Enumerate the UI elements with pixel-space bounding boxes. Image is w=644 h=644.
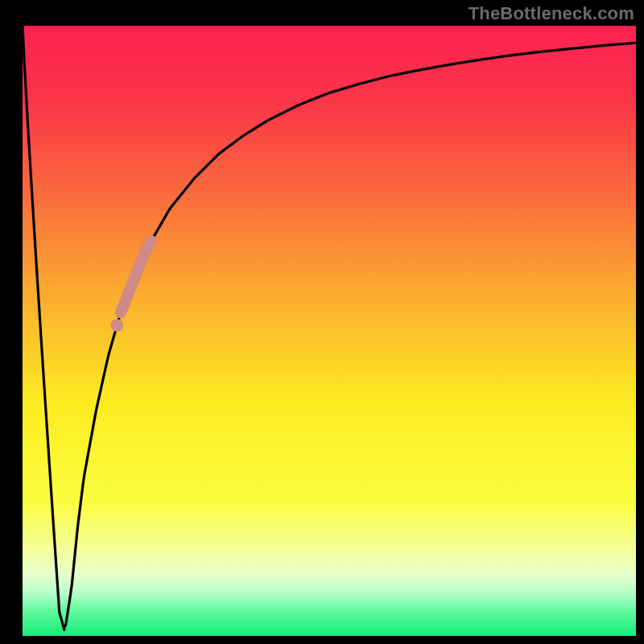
highlight-segment (121, 241, 151, 312)
attribution-text: TheBottleneck.com (469, 3, 634, 24)
plot-area (23, 26, 636, 636)
highlight-dot (110, 319, 123, 332)
chart-stage: TheBottleneck.com (0, 0, 644, 644)
curve-layer (23, 26, 636, 636)
